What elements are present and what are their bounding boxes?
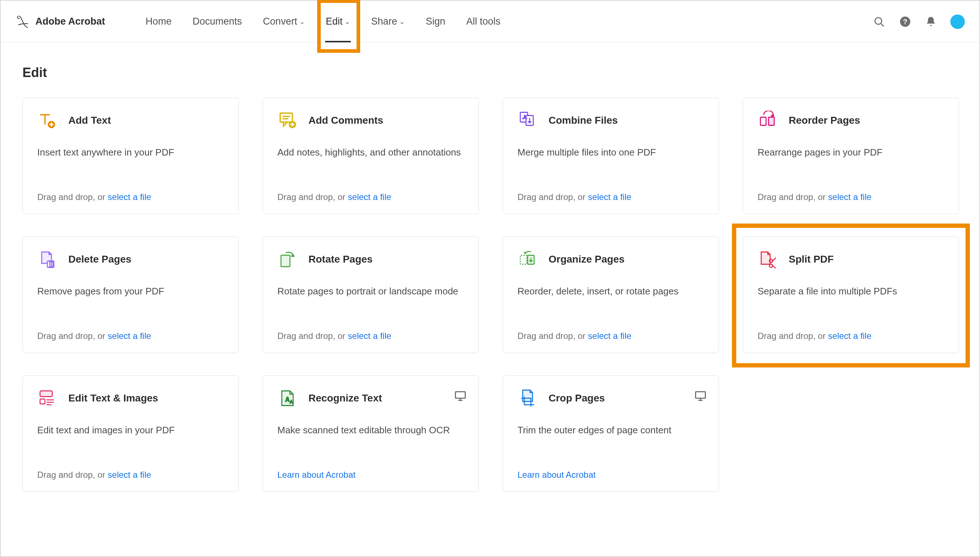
drag-drop-text: Drag and drop, or bbox=[277, 192, 348, 202]
svg-text:A: A bbox=[285, 396, 289, 402]
user-avatar[interactable] bbox=[950, 15, 965, 29]
card-reorder-pages[interactable]: Reorder Pages Rearrange pages in your PD… bbox=[743, 98, 959, 214]
brand-name: Adobe Acrobat bbox=[36, 16, 105, 27]
chevron-down-icon: ⌄ bbox=[399, 18, 405, 26]
card-organize-pages[interactable]: Organize Pages Reorder, delete, insert, … bbox=[503, 236, 719, 353]
card-add-comments[interactable]: Add Comments Add notes, highlights, and … bbox=[263, 98, 479, 214]
card-footer: Drag and drop, or select a file bbox=[517, 315, 704, 341]
svg-line-1 bbox=[881, 23, 884, 26]
nav-edit[interactable]: Edit ⌄ bbox=[325, 16, 351, 27]
card-title: Edit Text & Images bbox=[68, 393, 158, 404]
card-footer: Drag and drop, or select a file bbox=[37, 454, 224, 480]
drag-drop-text: Drag and drop, or bbox=[37, 192, 108, 202]
nav-documents[interactable]: Documents bbox=[192, 16, 243, 27]
add-text-icon bbox=[37, 110, 57, 130]
nav-convert[interactable]: Convert ⌄ bbox=[262, 16, 306, 27]
select-file-link[interactable]: select a file bbox=[348, 192, 391, 202]
nav-home[interactable]: Home bbox=[145, 16, 172, 27]
page-title: Edit bbox=[23, 65, 957, 80]
select-file-link[interactable]: select a file bbox=[588, 192, 631, 202]
svg-rect-21 bbox=[40, 399, 45, 404]
drag-drop-text: Drag and drop, or bbox=[517, 192, 588, 202]
organize-pages-icon bbox=[517, 249, 538, 269]
card-desc: Insert text anywhere in your PDF bbox=[37, 147, 224, 159]
recognize-text-icon: A A bbox=[277, 388, 297, 408]
svg-text:人: 人 bbox=[523, 115, 527, 119]
brand: Adobe Acrobat bbox=[15, 14, 105, 29]
svg-rect-16 bbox=[520, 255, 527, 264]
search-icon[interactable] bbox=[873, 16, 885, 28]
chevron-down-icon: ⌄ bbox=[345, 18, 350, 26]
edit-text-images-icon bbox=[37, 388, 57, 408]
select-file-link[interactable]: select a file bbox=[828, 192, 871, 202]
drag-drop-text: Drag and drop, or bbox=[37, 470, 108, 480]
select-file-link[interactable]: select a file bbox=[108, 192, 151, 202]
svg-rect-12 bbox=[761, 117, 766, 125]
svg-point-0 bbox=[875, 17, 882, 24]
card-title: Reorder Pages bbox=[789, 115, 860, 126]
card-title: Split PDF bbox=[789, 254, 834, 265]
card-desc: Remove pages from your PDF bbox=[37, 285, 224, 298]
drag-drop-text: Drag and drop, or bbox=[37, 331, 108, 341]
card-combine-files[interactable]: 人 Combine Files Merge multiple files int… bbox=[503, 98, 719, 214]
svg-rect-5 bbox=[280, 113, 293, 122]
nav-all-tools[interactable]: All tools bbox=[465, 16, 501, 27]
select-file-link[interactable]: select a file bbox=[108, 331, 151, 341]
card-recognize-text[interactable]: A A Recognize Text Make scanned text edi… bbox=[263, 375, 479, 492]
learn-acrobat-link[interactable]: Learn about Acrobat bbox=[277, 470, 356, 480]
drag-drop-text: Drag and drop, or bbox=[517, 331, 588, 341]
content: Edit Add Text Insert text anywhere in yo… bbox=[1, 43, 979, 507]
card-footer: Learn about Acrobat bbox=[277, 454, 464, 480]
header-actions: ? bbox=[873, 15, 965, 29]
svg-text:A: A bbox=[290, 400, 293, 404]
card-desc: Make scanned text editable through OCR bbox=[277, 424, 464, 436]
select-file-link[interactable]: select a file bbox=[828, 331, 871, 341]
acrobat-logo-icon bbox=[15, 14, 30, 29]
card-edit-text-images[interactable]: Edit Text & Images Edit text and images … bbox=[23, 375, 239, 492]
card-title: Organize Pages bbox=[549, 254, 624, 265]
select-file-link[interactable]: select a file bbox=[348, 331, 391, 341]
nav-edit-label: Edit bbox=[326, 16, 343, 27]
drag-drop-text: Drag and drop, or bbox=[277, 331, 348, 341]
nav-sign[interactable]: Sign bbox=[425, 16, 446, 27]
main-nav: Home Documents Convert ⌄ Edit ⌄ Share ⌄ … bbox=[145, 16, 501, 27]
card-desc: Add notes, highlights, and other annotat… bbox=[277, 147, 464, 159]
card-title: Add Text bbox=[68, 115, 111, 126]
card-footer: Drag and drop, or select a file bbox=[277, 176, 464, 202]
card-desc: Trim the outer edges of page content bbox=[517, 424, 704, 436]
card-title: Rotate Pages bbox=[309, 254, 372, 265]
reorder-pages-icon bbox=[757, 110, 778, 130]
card-footer: Learn about Acrobat bbox=[517, 454, 704, 480]
nav-share[interactable]: Share ⌄ bbox=[370, 16, 405, 27]
help-icon[interactable]: ? bbox=[899, 16, 911, 28]
card-rotate-pages[interactable]: Rotate Pages Rotate pages to portrait or… bbox=[263, 236, 479, 353]
select-file-link[interactable]: select a file bbox=[108, 470, 151, 480]
app-header: Adobe Acrobat Home Documents Convert ⌄ E… bbox=[1, 1, 979, 43]
learn-acrobat-link[interactable]: Learn about Acrobat bbox=[517, 470, 596, 480]
svg-rect-27 bbox=[456, 392, 465, 398]
card-title: Recognize Text bbox=[309, 393, 382, 404]
card-footer: Drag and drop, or select a file bbox=[37, 176, 224, 202]
card-crop-pages[interactable]: Crop Pages Trim the outer edges of page … bbox=[503, 375, 719, 492]
card-desc: Merge multiple files into one PDF bbox=[517, 147, 704, 159]
card-delete-pages[interactable]: Delete Pages Remove pages from your PDF … bbox=[23, 236, 239, 353]
nav-active-underline bbox=[325, 41, 351, 42]
desktop-only-icon bbox=[454, 389, 467, 402]
drag-drop-text: Drag and drop, or bbox=[757, 331, 828, 341]
card-desc: Rotate pages to portrait or landscape mo… bbox=[277, 285, 464, 298]
card-footer: Drag and drop, or select a file bbox=[37, 315, 224, 341]
card-add-text[interactable]: Add Text Insert text anywhere in your PD… bbox=[23, 98, 239, 214]
svg-rect-15 bbox=[281, 255, 290, 267]
combine-files-icon: 人 bbox=[517, 110, 538, 130]
card-title: Combine Files bbox=[549, 115, 618, 126]
card-desc: Reorder, delete, insert, or rotate pages bbox=[517, 285, 704, 298]
crop-pages-icon bbox=[517, 388, 538, 408]
card-split-pdf[interactable]: Split PDF Separate a file into multiple … bbox=[743, 236, 959, 353]
tools-grid: Add Text Insert text anywhere in your PD… bbox=[23, 98, 957, 492]
nav-share-label: Share bbox=[371, 16, 397, 27]
delete-pages-icon bbox=[37, 249, 57, 269]
notifications-icon[interactable] bbox=[925, 16, 937, 28]
select-file-link[interactable]: select a file bbox=[588, 331, 631, 341]
svg-rect-30 bbox=[696, 392, 705, 398]
card-title: Delete Pages bbox=[68, 254, 131, 265]
